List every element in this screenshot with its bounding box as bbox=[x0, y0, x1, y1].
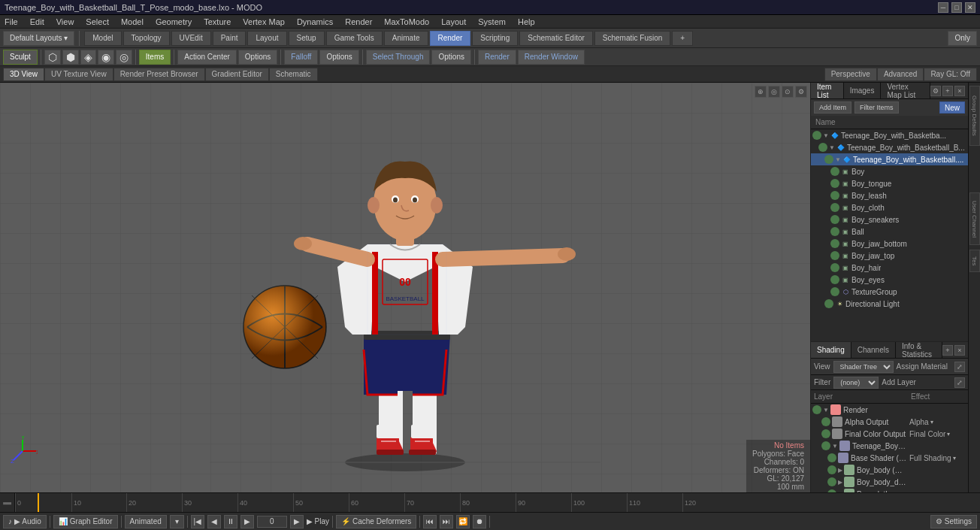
vp-ctrl-3[interactable]: ⊙ bbox=[782, 86, 794, 98]
list-item[interactable]: ▣ Boy_hair bbox=[811, 262, 968, 274]
timeline-ruler[interactable]: 0 10 20 30 40 50 60 70 80 90 100 110 120 bbox=[15, 493, 980, 512]
tab-setup[interactable]: Setup bbox=[289, 31, 325, 46]
eye-icon[interactable] bbox=[830, 215, 839, 224]
panel-tab-images[interactable]: Images bbox=[844, 83, 882, 98]
minimize-btn[interactable]: ─ bbox=[938, 2, 948, 13]
icon-btn-3[interactable]: ◈ bbox=[80, 50, 96, 65]
shd-eye-icon[interactable] bbox=[827, 477, 836, 486]
tab-schematic-editor[interactable]: Schematic Editor bbox=[519, 31, 593, 46]
menu-select[interactable]: Select bbox=[84, 17, 110, 26]
frame-input[interactable] bbox=[257, 516, 287, 528]
list-item[interactable]: ▣ Boy_tongue bbox=[811, 177, 968, 189]
panel-icon-3[interactable]: × bbox=[954, 86, 965, 96]
vp-sub-raygl[interactable]: Ray GL: Off bbox=[924, 68, 977, 81]
menu-dynamics[interactable]: Dynamics bbox=[295, 17, 334, 26]
shading-content[interactable]: ▼ Render Alpha Output Alpha▾ Final Color bbox=[811, 404, 968, 492]
items-btn[interactable]: Items bbox=[139, 50, 171, 65]
list-item[interactable]: ▣ Boy_eyes bbox=[811, 274, 968, 286]
shd-eye-icon[interactable] bbox=[827, 453, 836, 462]
panel-icon-1[interactable]: ⚙ bbox=[930, 86, 941, 96]
close-btn[interactable]: ✕ bbox=[965, 2, 975, 13]
eye-icon[interactable] bbox=[830, 191, 839, 200]
render-window-btn[interactable]: Render Window bbox=[518, 50, 585, 65]
tab-topology[interactable]: Topology bbox=[123, 31, 170, 46]
transport-3[interactable]: 🔁 bbox=[456, 515, 470, 528]
shading-item[interactable]: ▶ Boy_body_detail (M... bbox=[811, 476, 968, 488]
shading-item[interactable]: Alpha Output Alpha▾ bbox=[811, 416, 968, 428]
eye-icon[interactable] bbox=[824, 155, 833, 164]
next-frame-btn[interactable]: ▶ bbox=[240, 515, 254, 528]
viewport[interactable]: ⊕ ◎ ⊙ ⚙ bbox=[0, 83, 810, 492]
prev-key-btn[interactable]: |◀ bbox=[191, 515, 204, 528]
shader-tree-select[interactable]: Shader Tree bbox=[833, 361, 894, 373]
new-btn[interactable]: New bbox=[939, 101, 965, 114]
menu-model[interactable]: Model bbox=[119, 17, 145, 26]
vp-ctrl-1[interactable]: ⊕ bbox=[755, 86, 767, 98]
transport-2[interactable]: ⏭ bbox=[440, 515, 453, 528]
panel-tab-vertex-map[interactable]: Vertex Map List bbox=[881, 83, 930, 98]
tab-model[interactable]: Model bbox=[84, 31, 121, 46]
eye-icon[interactable] bbox=[818, 143, 827, 152]
render-btn[interactable]: Render bbox=[478, 50, 516, 65]
transport-1[interactable]: ⏮ bbox=[423, 515, 437, 528]
vp-tab-render-preset[interactable]: Render Preset Browser bbox=[113, 68, 205, 81]
tab-paint[interactable]: Paint bbox=[213, 31, 247, 46]
icon-btn-1[interactable]: ⬡ bbox=[44, 50, 61, 65]
prev-frame-btn[interactable]: ◀ bbox=[207, 515, 221, 528]
vp-tab-uv[interactable]: UV Texture View bbox=[44, 68, 113, 81]
menu-system[interactable]: System bbox=[476, 17, 507, 26]
list-item[interactable]: ▣ Boy bbox=[811, 165, 968, 177]
tab-scripting[interactable]: Scripting bbox=[472, 31, 518, 46]
menu-help[interactable]: Help bbox=[516, 17, 537, 26]
list-item[interactable]: ▼ 🔷 Teenage_Boy_with_Basketball.... bbox=[811, 153, 968, 165]
list-item[interactable]: ☀ Directional Light bbox=[811, 298, 968, 310]
shading-icon-2[interactable]: × bbox=[954, 345, 965, 356]
only-btn[interactable]: Only bbox=[948, 31, 977, 46]
list-item[interactable]: ▼ 🔷 Teenage_Boy_with_Basketba... bbox=[811, 129, 968, 141]
tab-layout[interactable]: Layout bbox=[247, 31, 286, 46]
tab-animate[interactable]: Animate bbox=[384, 31, 428, 46]
icon-btn-2[interactable]: ⬢ bbox=[62, 50, 79, 65]
animated-dropdown[interactable]: ▾ bbox=[170, 515, 184, 528]
eye-icon[interactable] bbox=[812, 131, 821, 140]
shd-eye-icon[interactable] bbox=[827, 465, 836, 474]
icon-btn-4[interactable]: ◉ bbox=[98, 50, 114, 65]
list-item[interactable]: ▣ Boy_sneakers bbox=[811, 214, 968, 226]
menu-edit[interactable]: Edit bbox=[29, 17, 46, 26]
filter-items-btn[interactable]: Filter Items bbox=[854, 101, 899, 114]
vp-settings[interactable]: ⚙ bbox=[795, 86, 807, 98]
action-center-btn[interactable]: Action Center bbox=[177, 50, 237, 65]
panel-tab-channels[interactable]: Channels bbox=[851, 342, 896, 358]
select-through-btn[interactable]: Select Through bbox=[366, 50, 431, 65]
list-item[interactable]: ▣ Boy_cloth bbox=[811, 201, 968, 214]
tab-uvedit[interactable]: UVEdit bbox=[171, 31, 211, 46]
sidebar-user-channel[interactable]: User Channel bbox=[969, 192, 980, 245]
tab-add[interactable]: + bbox=[672, 31, 693, 46]
menu-texture[interactable]: Texture bbox=[202, 17, 232, 26]
sidebar-tes[interactable]: Tes bbox=[969, 250, 980, 272]
filter-select[interactable]: (none) bbox=[833, 377, 879, 389]
shading-icon-1[interactable]: + bbox=[942, 345, 953, 356]
menu-vertex-map[interactable]: Vertex Map bbox=[241, 17, 286, 26]
eye-icon[interactable] bbox=[830, 263, 839, 272]
eye-icon[interactable] bbox=[830, 275, 839, 284]
options-btn2[interactable]: Options bbox=[319, 50, 358, 65]
shading-expand-btn[interactable]: ⤢ bbox=[954, 362, 965, 372]
options-btn1[interactable]: Options bbox=[238, 50, 277, 65]
falloff-btn[interactable]: Falloff bbox=[284, 50, 318, 65]
menu-layout[interactable]: Layout bbox=[440, 17, 467, 26]
list-item[interactable]: ▣ Boy_leash bbox=[811, 189, 968, 201]
eye-icon[interactable] bbox=[830, 239, 839, 248]
list-item[interactable]: ▼ 🔷 Teenage_Boy_with_Basketball_B... bbox=[811, 141, 968, 153]
item-list-content[interactable]: ▼ 🔷 Teenage_Boy_with_Basketba... ▼ 🔷 Tee… bbox=[811, 129, 968, 341]
menu-file[interactable]: File bbox=[3, 17, 20, 26]
menu-view[interactable]: View bbox=[55, 17, 76, 26]
panel-tab-item-list[interactable]: Item List bbox=[811, 83, 844, 98]
tab-render[interactable]: Render bbox=[430, 31, 471, 46]
list-item[interactable]: ▣ Boy_jaw_top bbox=[811, 250, 968, 262]
shd-eye-icon[interactable] bbox=[821, 429, 830, 438]
vp-sub-advanced[interactable]: Advanced bbox=[877, 68, 924, 81]
eye-icon[interactable] bbox=[830, 287, 839, 296]
timeline-playhead[interactable] bbox=[38, 493, 39, 512]
sculpt-btn[interactable]: Sculpt bbox=[3, 50, 38, 65]
